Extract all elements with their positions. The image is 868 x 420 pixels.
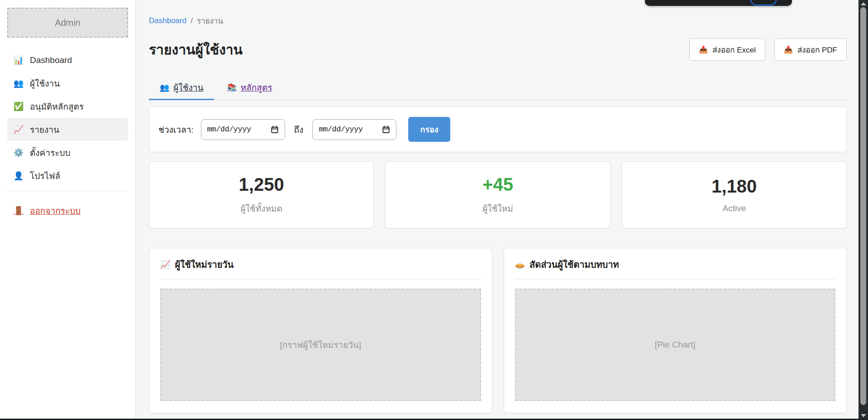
export-buttons: 📥 ส่งออก Excel 📥 ส่งออก PDF: [689, 39, 847, 61]
users-icon: 👥: [160, 83, 169, 92]
chart-card-daily-new-users: 📈 ผู้ใช้ใหม่รายวัน [กราฟผู้ใช้ใหม่รายวัน…: [149, 248, 492, 413]
export-excel-button[interactable]: 📥 ส่งออก Excel: [689, 39, 765, 61]
sidebar-item-users[interactable]: 👥 ผู้ใช้งาน: [7, 72, 128, 95]
title-row: รายงานผู้ใช้งาน 📥 ส่งออก Excel 📥 ส่งออก …: [149, 39, 847, 61]
sidebar-item-label: ผู้ใช้งาน: [30, 77, 60, 90]
brand-label: Admin: [55, 18, 81, 28]
scroll-up-arrow[interactable]: [861, 2, 866, 5]
sidebar-item-label: รายงาน: [30, 123, 59, 136]
chart-header: 📈 ผู้ใช้ใหม่รายวัน: [160, 257, 481, 280]
filter-card: ช่วงเวลา: mm/dd/yyyy ถึง mm/dd/yyyy กรอง: [149, 106, 847, 152]
download-tray-icon: 📥: [699, 45, 708, 54]
line-chart-icon: 📈: [13, 125, 24, 135]
export-excel-label: ส่งออก Excel: [712, 43, 756, 56]
sidebar-item-settings[interactable]: ⚙️ ตั้งค่าระบบ: [7, 141, 128, 164]
breadcrumb-separator: /: [191, 16, 193, 25]
stat-value-active-users: 1,180: [711, 176, 757, 196]
export-pdf-button[interactable]: 📥 ส่งออก PDF: [774, 39, 847, 61]
admin-logo-placeholder: Admin: [7, 8, 128, 38]
pie-icon: 🥧: [515, 260, 525, 270]
pie-chart-placeholder: [Pie Chart]: [515, 289, 836, 401]
vertical-scrollbar[interactable]: [858, 0, 868, 420]
to-label: ถึง: [294, 123, 304, 136]
popup-focused-button[interactable]: [750, 0, 777, 5]
line-chart-icon: 📈: [160, 260, 170, 270]
sidebar: Admin 📊 Dashboard 👥 ผู้ใช้งาน ✅ อนุมัติห…: [0, 0, 136, 420]
browser-popup-overlay: [645, 0, 792, 6]
charts-row: 📈 ผู้ใช้ใหม่รายวัน [กราฟผู้ใช้ใหม่รายวัน…: [149, 248, 847, 413]
scroll-down-arrow[interactable]: [861, 414, 866, 417]
sidebar-item-label: ตั้งค่าระบบ: [30, 146, 71, 159]
breadcrumb-link-dashboard[interactable]: Dashboard: [149, 16, 186, 25]
breadcrumb: Dashboard / รายงาน: [149, 14, 847, 27]
books-icon: 📚: [227, 83, 236, 92]
breadcrumb-current: รายงาน: [197, 14, 223, 27]
chart-placeholder-text: [กราฟผู้ใช้ใหม่รายวัน]: [280, 338, 361, 352]
stat-value-total-users: 1,250: [239, 174, 284, 194]
stat-card-total-users: 1,250 ผู้ใช้ทั้งหมด: [149, 161, 374, 228]
filter-button[interactable]: กรอง: [408, 117, 450, 142]
date-to-input[interactable]: mm/dd/yyyy: [312, 119, 396, 140]
sidebar-item-profile[interactable]: 👤 โปรไฟล์: [7, 164, 128, 187]
person-icon: 👤: [13, 171, 24, 181]
calendar-icon[interactable]: [271, 126, 279, 134]
sidebar-divider: [7, 191, 128, 191]
stat-card-new-users: +45 ผู้ใช้ใหม่: [385, 161, 610, 228]
sidebar-item-label: Dashboard: [30, 55, 72, 65]
stat-card-active-users: 1,180 Active: [622, 161, 847, 228]
chart-header: 🥧 สัดส่วนผู้ใช้ตามบทบาท: [515, 257, 836, 280]
sidebar-item-reports[interactable]: 📈 รายงาน: [7, 118, 128, 141]
tab-users[interactable]: 👥 ผู้ใช้งาน: [149, 77, 214, 100]
stat-label-new-users: ผู้ใช้ใหม่: [482, 202, 513, 215]
gear-icon: ⚙️: [13, 148, 24, 158]
date-from-input[interactable]: mm/dd/yyyy: [201, 119, 285, 140]
users-icon: 👥: [13, 78, 24, 88]
date-to-value: mm/dd/yyyy: [319, 125, 362, 134]
scrollbar-thumb[interactable]: [860, 7, 866, 405]
export-pdf-label: ส่งออก PDF: [797, 43, 837, 56]
logout-link[interactable]: 🚪 ออกจากระบบ: [7, 204, 128, 217]
calendar-icon[interactable]: [382, 126, 390, 134]
check-icon: ✅: [13, 101, 24, 111]
sidebar-item-label: อนุมัติหลักสูตร: [30, 100, 84, 113]
bar-chart-icon: 📊: [13, 55, 24, 65]
stat-label-total-users: ผู้ใช้ทั้งหมด: [240, 202, 282, 215]
sidebar-item-approve-courses[interactable]: ✅ อนุมัติหลักสูตร: [7, 95, 128, 118]
tab-users-label: ผู้ใช้งาน: [173, 81, 203, 94]
download-tray-icon: 📥: [784, 45, 793, 54]
sidebar-item-label: โปรไฟล์: [30, 169, 60, 183]
stats-row: 1,250 ผู้ใช้ทั้งหมด +45 ผู้ใช้ใหม่ 1,180…: [149, 161, 847, 228]
chart-card-users-by-role: 🥧 สัดส่วนผู้ใช้ตามบทบาท [Pie Chart]: [504, 248, 847, 413]
stat-value-new-users: +45: [482, 174, 513, 194]
sidebar-item-dashboard[interactable]: 📊 Dashboard: [7, 48, 128, 72]
door-icon: 🚪: [13, 206, 24, 216]
date-range-label: ช่วงเวลา:: [158, 123, 194, 136]
tab-courses-label: หลักสูตร: [241, 81, 272, 94]
tab-courses[interactable]: 📚 หลักสูตร: [216, 77, 283, 100]
page-title: รายงานผู้ใช้งาน: [149, 39, 243, 60]
date-from-value: mm/dd/yyyy: [207, 125, 251, 134]
line-chart-placeholder: [กราฟผู้ใช้ใหม่รายวัน]: [160, 289, 481, 401]
sidebar-nav: 📊 Dashboard 👥 ผู้ใช้งาน ✅ อนุมัติหลักสูต…: [7, 48, 128, 187]
tab-bar: 👥 ผู้ใช้งาน 📚 หลักสูตร: [149, 77, 847, 100]
chart-title-daily-new-users: ผู้ใช้ใหม่รายวัน: [175, 257, 234, 272]
chart-title-users-by-role: สัดส่วนผู้ใช้ตามบทบาท: [529, 257, 619, 272]
stat-label-active-users: Active: [722, 203, 746, 213]
chart-placeholder-text: [Pie Chart]: [655, 340, 696, 350]
main-content: Dashboard / รายงาน รายงานผู้ใช้งาน 📥 ส่ง…: [136, 0, 858, 420]
logout-label: ออกจากระบบ: [30, 204, 81, 217]
